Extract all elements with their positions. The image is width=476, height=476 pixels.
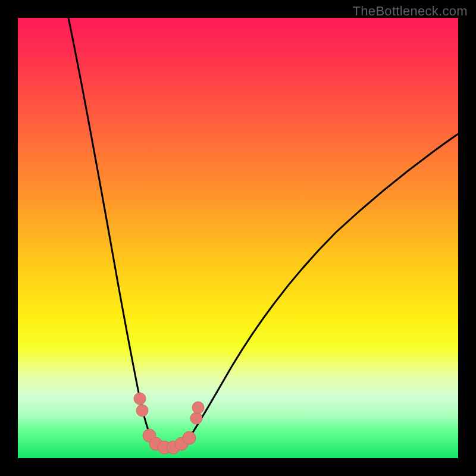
marker: [183, 431, 196, 444]
marker: [192, 402, 204, 414]
chart-frame: TheBottleneck.com: [0, 0, 476, 476]
marker: [134, 393, 146, 405]
marker: [136, 405, 148, 416]
marker: [190, 412, 202, 424]
curve-right-branch: [184, 134, 458, 445]
curve-left-branch: [68, 18, 155, 445]
watermark-text: TheBottleneck.com: [353, 4, 468, 19]
marker-group: [134, 393, 204, 454]
curve-layer: [18, 18, 458, 458]
plot-area: [18, 18, 458, 458]
